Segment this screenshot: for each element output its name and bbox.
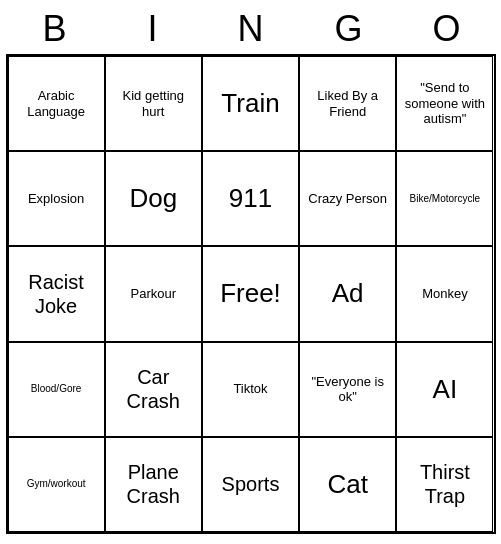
bingo-cell[interactable]: Dog bbox=[105, 151, 202, 246]
bingo-header: B I N G O bbox=[6, 0, 496, 54]
bingo-cell[interactable]: Crazy Person bbox=[299, 151, 396, 246]
bingo-cell[interactable]: Thirst Trap bbox=[396, 437, 493, 532]
bingo-cell[interactable]: Ad bbox=[299, 246, 396, 341]
bingo-cell[interactable]: Car Crash bbox=[105, 342, 202, 437]
bingo-cell[interactable]: "Everyone is ok" bbox=[299, 342, 396, 437]
letter-o: O bbox=[402, 8, 492, 50]
bingo-cell[interactable]: Monkey bbox=[396, 246, 493, 341]
bingo-cell[interactable]: Tiktok bbox=[202, 342, 299, 437]
bingo-cell[interactable]: Cat bbox=[299, 437, 396, 532]
bingo-cell[interactable]: 911 bbox=[202, 151, 299, 246]
bingo-cell[interactable]: Liked By a Friend bbox=[299, 56, 396, 151]
bingo-cell[interactable]: Kid getting hurt bbox=[105, 56, 202, 151]
bingo-grid: Arabic LanguageKid getting hurtTrainLike… bbox=[6, 54, 496, 534]
bingo-cell[interactable]: Free! bbox=[202, 246, 299, 341]
bingo-cell[interactable]: Bike/Motorcycle bbox=[396, 151, 493, 246]
letter-i: I bbox=[108, 8, 198, 50]
bingo-cell[interactable]: Train bbox=[202, 56, 299, 151]
bingo-cell[interactable]: Plane Crash bbox=[105, 437, 202, 532]
bingo-cell[interactable]: Explosion bbox=[8, 151, 105, 246]
bingo-cell[interactable]: Sports bbox=[202, 437, 299, 532]
bingo-cell[interactable]: Parkour bbox=[105, 246, 202, 341]
bingo-cell[interactable]: Racist Joke bbox=[8, 246, 105, 341]
bingo-cell[interactable]: Gym/workout bbox=[8, 437, 105, 532]
bingo-cell[interactable]: "Send to someone with autism" bbox=[396, 56, 493, 151]
letter-n: N bbox=[206, 8, 296, 50]
bingo-cell[interactable]: Arabic Language bbox=[8, 56, 105, 151]
letter-g: G bbox=[304, 8, 394, 50]
letter-b: B bbox=[10, 8, 100, 50]
bingo-cell[interactable]: AI bbox=[396, 342, 493, 437]
bingo-cell[interactable]: Blood/Gore bbox=[8, 342, 105, 437]
